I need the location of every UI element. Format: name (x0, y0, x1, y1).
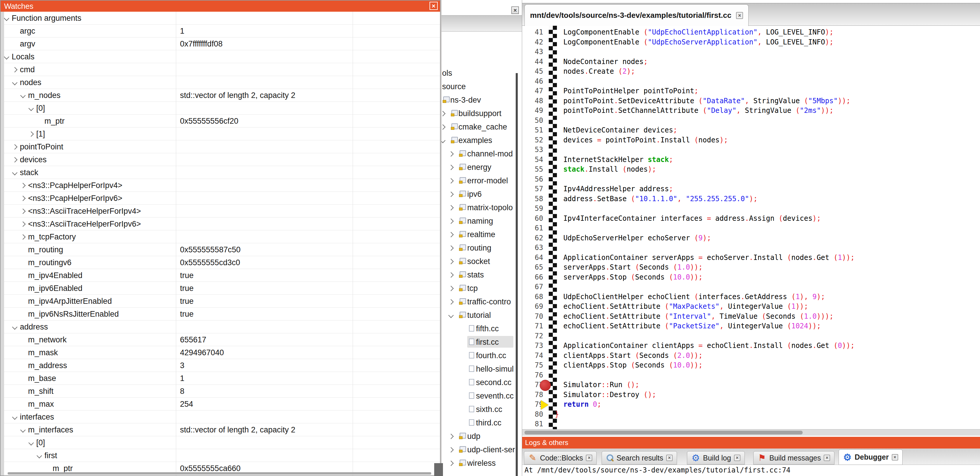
tree-item-source[interactable]: source (442, 80, 520, 93)
tab-close-icon[interactable]: × (892, 454, 898, 460)
logs-tab-search-results[interactable]: Search results× (601, 451, 677, 465)
watch-row-m-network[interactable]: m_network655617 (4, 333, 440, 346)
chevron-right-icon[interactable] (441, 111, 445, 116)
line-number-74[interactable]: 74 (522, 351, 543, 359)
watch-row-argc[interactable]: argc1 (4, 24, 440, 37)
tree-item-seventh-cc[interactable]: seventh.cc (442, 389, 520, 403)
watch-row-m-ipv6enabled[interactable]: m_ipv6Enabledtrue (4, 282, 440, 295)
line-number-55[interactable]: 55 (522, 165, 543, 173)
line-number-61[interactable]: 61 (522, 224, 543, 232)
chevron-down-icon[interactable] (28, 105, 33, 111)
line-number-79[interactable]: 79 (522, 400, 543, 409)
tree-item-second-cc[interactable]: second.cc (442, 376, 520, 389)
tree-item-tutorial[interactable]: tutorial (442, 308, 520, 322)
tree-item-energy[interactable]: energy (442, 161, 520, 174)
chevron-down-icon[interactable] (448, 313, 453, 318)
watch-row-m-ipv4enabled[interactable]: m_ipv4Enabledtrue (4, 269, 440, 282)
logs-title-bar[interactable]: Logs & others (522, 437, 980, 449)
line-number-53[interactable]: 53 (522, 145, 543, 154)
tree-item-fifth-cc[interactable]: fifth.cc (442, 322, 520, 335)
line-number-65[interactable]: 65 (522, 263, 543, 272)
line-number-72[interactable]: 72 (522, 332, 543, 340)
chevron-down-icon[interactable] (20, 93, 25, 98)
chevron-right-icon[interactable] (448, 259, 453, 264)
line-number-67[interactable]: 67 (522, 283, 543, 291)
chevron-down-icon[interactable] (4, 54, 9, 59)
watch-row--ns3-pcaphelperforipv4-[interactable]: <ns3::PcapHelperForIpv4> (4, 179, 440, 192)
logs-tab-code-blocks[interactable]: Code::Blocks× (524, 451, 597, 465)
watches-horizontal-scrollbar[interactable] (8, 472, 431, 474)
chevron-down-icon[interactable] (4, 16, 9, 21)
chevron-right-icon[interactable] (448, 232, 453, 237)
line-number-80[interactable]: 80 (522, 410, 543, 418)
watch-row-m-interfaces[interactable]: m_interfacesstd::vector of length 2, cap… (4, 423, 440, 436)
tree-item-traffic-contro[interactable]: traffic-contro (442, 295, 520, 308)
tree-item-error-model[interactable]: error-model (442, 174, 520, 187)
code-area[interactable]: 41 LogComponentEnable ("UdpEchoClientApp… (522, 26, 980, 429)
line-number-81[interactable]: 81 (522, 420, 543, 428)
chevron-right-icon[interactable] (448, 165, 453, 170)
tree-vertical-scrollbar[interactable] (516, 73, 518, 476)
chevron-right-icon[interactable] (448, 299, 453, 304)
tree-item-ipv6[interactable]: ipv6 (442, 187, 520, 201)
breakpoint-icon[interactable] (540, 380, 551, 391)
watch-row-m-routingv6[interactable]: m_routingv60x5555555cd3c0 (4, 256, 440, 269)
chevron-right-icon[interactable] (448, 447, 453, 452)
chevron-down-icon[interactable] (12, 414, 17, 420)
chevron-right-icon[interactable] (12, 157, 17, 162)
line-number-75[interactable]: 75 (522, 361, 543, 369)
tree-item-fourth-cc[interactable]: fourth.cc (442, 349, 520, 362)
chevron-right-icon[interactable] (448, 205, 453, 210)
chevron-down-icon[interactable] (20, 427, 25, 433)
tab-close-icon[interactable]: × (824, 455, 830, 461)
chevron-down-icon[interactable] (37, 453, 42, 458)
line-number-56[interactable]: 56 (522, 175, 543, 183)
line-number-70[interactable]: 70 (522, 312, 543, 321)
tab-close-icon[interactable]: × (666, 455, 673, 461)
editor-horizontal-scrollbar[interactable] (522, 429, 980, 436)
line-number-66[interactable]: 66 (522, 273, 543, 281)
watch-row-cmd[interactable]: cmd (4, 63, 440, 76)
watch-row-pointtopoint[interactable]: pointToPoint (4, 141, 440, 153)
editor-tab-first-cc[interactable]: mnt/dev/tools/source/ns-3-dev/examples/t… (525, 5, 749, 26)
tree-item-routing[interactable]: routing (442, 241, 520, 255)
line-number-51[interactable]: 51 (522, 126, 543, 134)
chevron-right-icon[interactable] (20, 234, 25, 240)
line-number-50[interactable]: 50 (522, 117, 543, 125)
watch-row-interfaces[interactable]: interfaces (4, 411, 440, 423)
watch-row-stack[interactable]: stack (4, 166, 440, 179)
watch-row--ns3-asciitracehelperforipv4-[interactable]: <ns3::AsciiTraceHelperForIpv4> (4, 204, 440, 217)
chevron-right-icon[interactable] (20, 221, 25, 227)
logs-tab-build-log[interactable]: Build log× (687, 451, 745, 465)
watch-row-m-mask[interactable]: m_mask4294967040 (4, 346, 440, 359)
watch-row-m-max[interactable]: m_max254 (4, 398, 440, 411)
line-number-71[interactable]: 71 (522, 322, 543, 330)
line-number-42[interactable]: 42 (522, 38, 543, 46)
watch-row-m-shift[interactable]: m_shift8 (4, 385, 440, 398)
watches-title-bar[interactable]: Watches × (1, 1, 440, 12)
line-number-78[interactable]: 78 (522, 391, 543, 399)
line-number-62[interactable]: 62 (522, 234, 543, 242)
chevron-right-icon[interactable] (448, 460, 453, 466)
watch-row--0-[interactable]: [0] (4, 102, 440, 115)
watch-row-m-tcpfactory[interactable]: m_tcpFactory (4, 230, 440, 243)
tab-close-icon[interactable]: × (734, 455, 740, 461)
tree-item-cmake-cache[interactable]: cmake_cache (442, 120, 520, 134)
chevron-right-icon[interactable] (448, 286, 453, 291)
watch-row--ns3-pcaphelperforipv6-[interactable]: <ns3::PcapHelperForIpv6> (4, 192, 440, 204)
tree-item-wireless[interactable]: wireless (442, 457, 520, 470)
chevron-down-icon[interactable] (28, 440, 33, 445)
editor-hscroll-thumb[interactable] (525, 431, 803, 434)
chevron-right-icon[interactable] (448, 178, 453, 183)
chevron-right-icon[interactable] (20, 183, 25, 188)
watch-row-function-arguments[interactable]: Function arguments (4, 12, 440, 24)
tree-item-ns-3-dev[interactable]: ns-3-dev (442, 93, 520, 107)
watches-close-icon[interactable]: × (430, 2, 438, 10)
watch-row-address[interactable]: address (4, 321, 440, 333)
logs-tab-build-messages[interactable]: Build messages× (753, 451, 835, 465)
tree-item-matrix-topolo[interactable]: matrix-topolo (442, 201, 520, 214)
tree-item-third-cc[interactable]: third.cc (442, 416, 520, 430)
chevron-right-icon[interactable] (441, 124, 445, 129)
tree-item-hello-simul[interactable]: hello-simul (442, 362, 520, 376)
tree-item-naming[interactable]: naming (442, 214, 520, 228)
